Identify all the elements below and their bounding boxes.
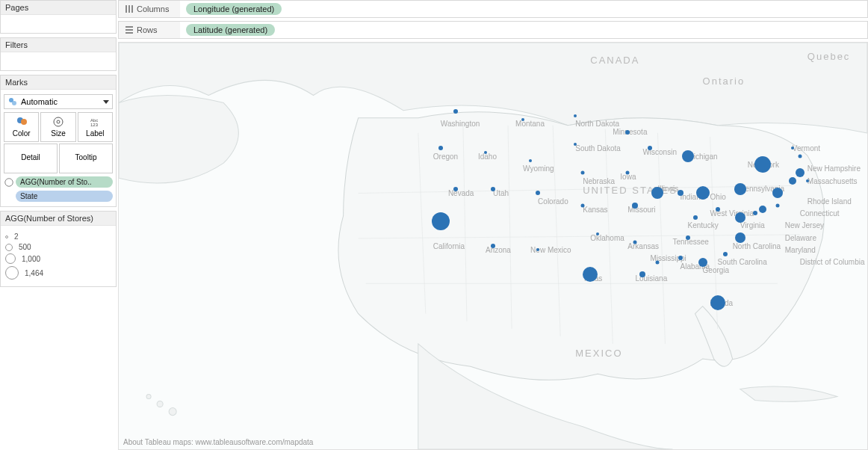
map-data-point[interactable] (632, 203, 638, 209)
map-data-point[interactable] (656, 260, 660, 264)
map-data-point[interactable] (453, 109, 458, 114)
map-data-point[interactable] (682, 150, 694, 162)
map-data-point[interactable] (806, 179, 809, 182)
columns-label: Columns (137, 4, 169, 13)
marks-size-label: Size (51, 129, 65, 138)
map-data-point[interactable] (735, 212, 745, 223)
marks-tooltip-button[interactable]: Tooltip (59, 144, 113, 173)
svg-rect-11 (131, 5, 133, 13)
map-data-point[interactable] (438, 146, 443, 150)
map-data-point[interactable] (583, 267, 598, 282)
marks-size-button[interactable]: Size (40, 112, 75, 142)
map-data-point[interactable] (798, 155, 802, 158)
map-data-point[interactable] (581, 203, 585, 207)
map-data-point[interactable] (754, 156, 771, 173)
columns-pill[interactable]: Longitude (generated) (186, 3, 282, 15)
mark-type-dropdown[interactable]: Automatic (4, 94, 113, 109)
legend-item[interactable]: 2 (5, 232, 111, 241)
svg-rect-12 (125, 26, 133, 28)
map-data-point[interactable] (453, 187, 458, 191)
legend-item[interactable]: 1,464 (5, 266, 111, 280)
map-data-point[interactable] (648, 146, 652, 150)
svg-point-5 (57, 120, 60, 123)
pages-card[interactable]: Pages (0, 0, 117, 34)
map-data-point[interactable] (484, 151, 487, 154)
map-data-point[interactable] (651, 187, 663, 199)
legend-item[interactable]: 1,000 (5, 253, 111, 264)
map-data-point[interactable] (716, 207, 720, 212)
legend-circle-icon (5, 266, 19, 280)
svg-point-3 (21, 119, 27, 125)
marks-detail-label: Detail (21, 153, 40, 161)
map-data-point[interactable] (678, 256, 683, 260)
svg-point-1 (12, 101, 16, 105)
map-data-point[interactable] (536, 248, 539, 251)
mark-type-label: Automatic (21, 97, 58, 106)
legend-title: AGG(Number of Stores) (1, 212, 116, 226)
rows-label: Rows (137, 25, 158, 34)
rows-shelf[interactable]: Rows Latitude (generated) (118, 21, 868, 39)
legend-item[interactable]: 500 (5, 243, 111, 251)
automatic-icon (7, 96, 18, 107)
label-icon: Abc123 (89, 116, 101, 128)
svg-point-4 (54, 117, 63, 126)
legend-circle-icon (5, 235, 8, 238)
marks-title: Marks (1, 75, 116, 90)
map-data-point[interactable] (432, 212, 450, 230)
map-data-point[interactable] (529, 159, 532, 162)
legend-body: 25001,0001,464 (1, 226, 116, 286)
marks-color-button[interactable]: Color (4, 112, 39, 142)
filters-body[interactable] (1, 52, 116, 70)
map-data-point[interactable] (596, 232, 599, 235)
map-data-point[interactable] (772, 188, 783, 198)
size-icon (4, 177, 14, 188)
map-data-point[interactable] (693, 215, 698, 220)
svg-rect-9 (125, 5, 127, 13)
rows-icon (125, 25, 134, 34)
map-data-point[interactable] (775, 203, 779, 207)
filters-card[interactable]: Filters (0, 37, 117, 71)
marks-color-label: Color (13, 129, 31, 138)
map-data-point[interactable] (625, 130, 630, 135)
main-panel: Columns Longitude (generated) Rows Latit… (118, 0, 868, 450)
map-data-point[interactable] (491, 187, 495, 191)
map-data-point[interactable] (698, 258, 707, 267)
columns-shelf[interactable]: Columns Longitude (generated) (118, 0, 868, 18)
chevron-down-icon (103, 100, 109, 104)
map-data-point[interactable] (521, 118, 524, 121)
map-data-point[interactable] (789, 177, 796, 185)
legend-value: 500 (19, 243, 31, 251)
pages-body[interactable] (1, 15, 116, 33)
legend-value: 2 (14, 232, 19, 241)
svg-point-16 (146, 394, 151, 398)
marks-detail-button[interactable]: Detail (4, 144, 58, 173)
map-data-point[interactable] (791, 147, 794, 150)
map-data-point[interactable] (759, 206, 766, 213)
map-data-point[interactable] (796, 168, 805, 177)
marks-tooltip-label: Tooltip (75, 153, 97, 161)
map-data-point[interactable] (723, 252, 728, 256)
map-data-point[interactable] (574, 143, 577, 146)
map-data-point[interactable] (574, 114, 577, 117)
map-data-point[interactable] (639, 271, 645, 277)
map-data-point[interactable] (491, 244, 495, 248)
marks-detail-pill[interactable]: State (16, 191, 113, 202)
map-data-point[interactable] (581, 171, 585, 175)
marks-size-pill[interactable]: AGG(Number of Sto.. (16, 176, 113, 188)
map-data-point[interactable] (536, 191, 540, 195)
marks-card: Marks Automatic Color Size A (0, 75, 117, 207)
map-data-point[interactable] (735, 232, 745, 243)
map-data-point[interactable] (734, 183, 746, 195)
map-data-point[interactable] (710, 295, 725, 310)
map-data-point[interactable] (626, 171, 630, 175)
map-data-point[interactable] (753, 211, 757, 215)
map-data-point[interactable] (633, 240, 637, 244)
map-data-point[interactable] (696, 186, 710, 200)
pages-title: Pages (1, 1, 116, 15)
map-view[interactable]: About Tableau maps: www.tableausoftware.… (118, 42, 868, 450)
rows-pill[interactable]: Latitude (generated) (186, 24, 275, 36)
map-data-point[interactable] (678, 190, 683, 196)
marks-label-button[interactable]: Abc123 Label (78, 112, 113, 142)
legend-value: 1,000 (22, 255, 40, 263)
map-data-point[interactable] (686, 235, 690, 240)
